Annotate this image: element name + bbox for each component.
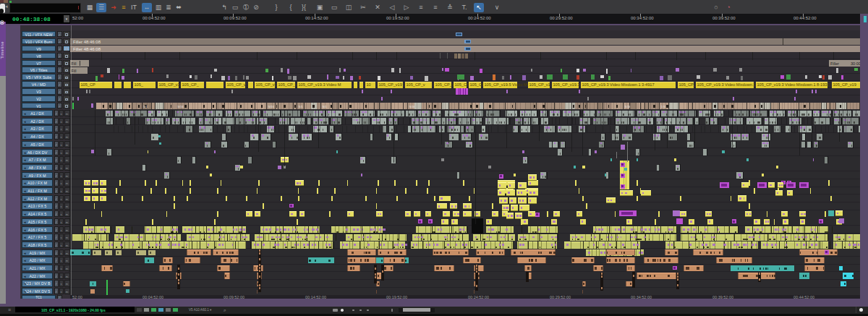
svg-text:105_CP_v19: 105_CP_v19 (379, 82, 402, 87)
svg-text:105_CP_: 105_CP_ (182, 82, 200, 87)
svg-text:Fill: Fill (72, 61, 77, 66)
svg-text:5/16: 5/16 (409, 105, 416, 108)
svg-text:105_: 105_ (135, 82, 144, 87)
svg-text:105_CP_v19.3 Video Mixdown.1: 105_CP_v19.3 Video Mixdown.1 3-4917 (582, 82, 655, 87)
svg-text:Filler: Filler (830, 61, 839, 66)
svg-text:105_CP_v: 105_CP_v (227, 82, 246, 87)
svg-text:Filler 48:46:08: Filler 48:46:08 (73, 47, 101, 51)
svg-text:105_CP_v19.3 Video Mixdown.1: 105_CP_v19.3 Video Mixdown.1 (697, 82, 756, 87)
svg-text:Fill: Fill (72, 69, 77, 73)
svg-text:105_CP_v19: 105_CP_v19 (159, 82, 182, 87)
svg-text:30:00: 30:00 (851, 61, 861, 66)
svg-text:Filler 48:46:08: Filler 48:46:08 (73, 40, 101, 44)
svg-text:105_CP_v: 105_CP_v (679, 82, 698, 87)
svg-text:105_CP_v19: 105_CP_v19 (833, 82, 856, 87)
svg-text:105_CP: 105_CP (81, 82, 95, 87)
svg-text:105_CP_v19: 105_CP_v19 (256, 82, 279, 87)
svg-text:105_CP_v1: 105_CP_v1 (529, 82, 550, 87)
svg-text:1:5: 1:5 (661, 105, 665, 108)
svg-text:105_CP_v19.3: 105_CP_v19.3 (553, 82, 580, 87)
svg-text:105_CP_v19.5 Video Mixd: 105_CP_v19.5 Video Mixd (485, 82, 532, 87)
svg-text:105_CP_v19.3 Video M: 105_CP_v19.3 Video M (299, 82, 341, 87)
svg-text:5/16: 5/16 (268, 105, 275, 108)
svg-text:105_CP_v1: 105_CP_v1 (278, 82, 299, 87)
svg-text:5/1: 5/1 (299, 105, 303, 108)
svg-text:5/16: 5/16 (177, 105, 184, 108)
svg-text:105_CP_v: 105_CP_v (407, 82, 425, 87)
svg-text:10: 10 (367, 82, 371, 87)
svg-text:105_CP_v19.3 Video Mixdown.1: 105_CP_v19.3 Video Mixdown.1 8-1931 (757, 82, 830, 87)
